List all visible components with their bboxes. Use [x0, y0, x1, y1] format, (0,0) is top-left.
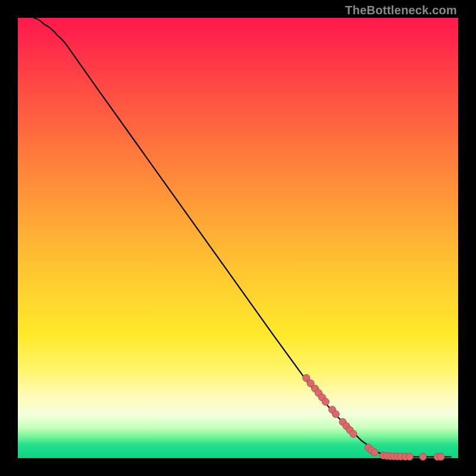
plot-area — [18, 18, 458, 458]
chart-stage: TheBottleneck.com — [0, 0, 476, 476]
highlight-marker — [437, 453, 444, 461]
highlight-marker — [371, 449, 378, 456]
highlight-marker — [350, 430, 357, 437]
chart-svg — [18, 18, 458, 458]
highlight-marker — [406, 453, 414, 461]
highlight-marker — [322, 398, 329, 405]
highlight-marker — [419, 453, 427, 461]
highlight-marker — [332, 411, 339, 418]
bottleneck-curve-path — [33, 18, 452, 457]
watermark-text: TheBottleneck.com — [345, 4, 457, 17]
highlight-markers — [303, 374, 444, 460]
